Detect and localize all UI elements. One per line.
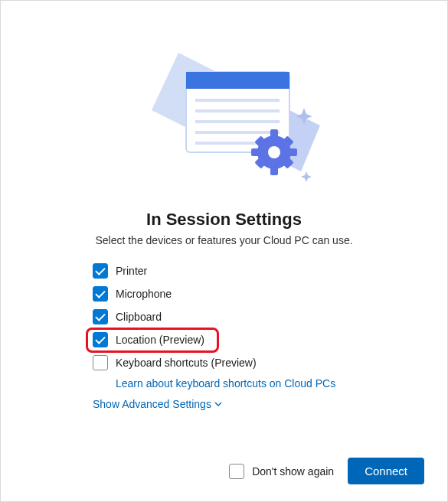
option-location[interactable]: Location (Preview) bbox=[93, 332, 424, 347]
svg-rect-3 bbox=[186, 72, 289, 89]
option-label: Don't show again bbox=[252, 465, 334, 478]
option-label: Clipboard bbox=[116, 311, 162, 323]
option-label: Microphone bbox=[116, 288, 172, 300]
option-microphone[interactable]: Microphone bbox=[93, 286, 424, 302]
dialog: In Session Settings Select the devices o… bbox=[0, 0, 448, 502]
svg-rect-11 bbox=[270, 166, 278, 175]
checkbox-printer[interactable] bbox=[93, 263, 108, 279]
checkbox-clipboard[interactable] bbox=[93, 309, 108, 324]
checkbox-keyboard-shortcuts[interactable] bbox=[93, 355, 108, 370]
option-printer[interactable]: Printer bbox=[93, 263, 424, 279]
options-list: Printer Microphone Clipboard Location (P… bbox=[93, 263, 424, 390]
option-label: Location (Preview) bbox=[116, 334, 204, 346]
dialog-footer: Don't show again Connect bbox=[229, 458, 424, 484]
dialog-title: In Session Settings bbox=[24, 210, 424, 230]
checkbox-dont-show-again[interactable] bbox=[229, 464, 244, 479]
svg-rect-12 bbox=[251, 148, 260, 156]
option-label: Printer bbox=[116, 265, 147, 277]
connect-button[interactable]: Connect bbox=[348, 458, 424, 484]
option-keyboard-shortcuts[interactable]: Keyboard shortcuts (Preview) bbox=[93, 355, 424, 370]
svg-point-18 bbox=[268, 146, 280, 158]
chevron-down-icon bbox=[214, 400, 222, 408]
option-label: Keyboard shortcuts (Preview) bbox=[116, 357, 257, 369]
svg-rect-13 bbox=[288, 148, 297, 156]
checkbox-microphone[interactable] bbox=[93, 286, 108, 302]
svg-rect-10 bbox=[270, 129, 278, 139]
option-clipboard[interactable]: Clipboard bbox=[93, 309, 424, 324]
link-keyboard-shortcuts-learn[interactable]: Learn about keyboard shortcuts on Cloud … bbox=[116, 377, 335, 390]
checkbox-location[interactable] bbox=[93, 332, 108, 347]
option-dont-show-again[interactable]: Don't show again bbox=[229, 464, 334, 479]
illustration bbox=[24, 24, 424, 204]
link-advanced-settings[interactable]: Show Advanced Settings bbox=[93, 398, 211, 410]
dialog-subtitle: Select the devices or features your Clou… bbox=[24, 234, 424, 246]
